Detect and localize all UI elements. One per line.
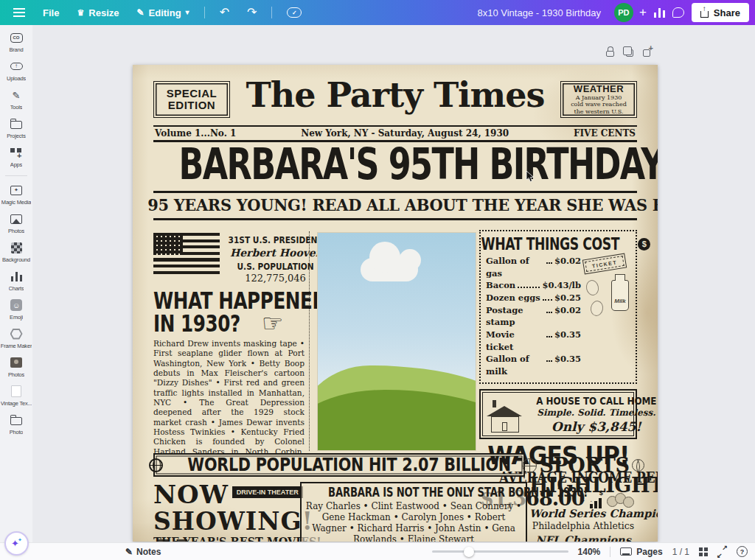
grid-view-icon[interactable] — [699, 547, 708, 556]
pen-tool-icon: ✎ — [13, 88, 21, 102]
avatar[interactable]: PD — [614, 3, 633, 22]
sub-headline[interactable]: 95 YEARS YOUNG! READ ALL ABOUT THE YEAR … — [133, 195, 658, 214]
folder-icon — [10, 413, 22, 427]
fullscreen-icon[interactable] — [717, 547, 727, 556]
toolbar-separator — [204, 7, 205, 18]
file-menu-button[interactable]: File — [35, 3, 66, 22]
clipped-text-sliver — [158, 539, 202, 542]
duplicate-page-icon[interactable] — [626, 49, 633, 57]
volume-number: Volume 1...No. 1 — [155, 128, 236, 139]
sidebar-item-tools[interactable]: ✎Tools — [0, 88, 32, 111]
weather-box[interactable]: WEATHER A January 1930 cold wave reached… — [560, 81, 637, 118]
insights-icon[interactable] — [654, 8, 665, 18]
cost-item-label: Gallon of milk — [486, 353, 544, 377]
sidebar-item-apps[interactable]: Apps — [0, 146, 32, 168]
cost-row: Movie ticket$0.35 — [486, 329, 581, 353]
add-page-icon[interactable] — [643, 49, 650, 57]
photo-placeholder[interactable] — [317, 232, 476, 451]
bottom-status-bar: ✎ Notes 140% Pages 1 / 1 ? — [0, 542, 755, 560]
design-canvas-page[interactable]: SPECIAL EDITION The Party Times WEATHER … — [133, 65, 658, 542]
folder-icon — [10, 117, 22, 130]
ticket-illustration: TICKET — [582, 253, 627, 275]
sports-word: SPORTS — [540, 455, 630, 475]
zoom-level[interactable]: 140% — [578, 547, 601, 557]
help-icon[interactable]: ? — [737, 546, 748, 557]
share-button[interactable]: Share — [692, 3, 749, 22]
sidebar-item-label: Vintage Tex... — [1, 400, 32, 407]
sports-highlights-block[interactable]: SPORTS HIGHLIGHTS · ✦ · World Series Cha… — [529, 455, 637, 542]
cost-item-label: Dozen eggs — [486, 292, 540, 304]
now-showing-block[interactable]: NOW DRIVE-IN THEATER SHOWING! THE YEAR'S… — [153, 482, 296, 542]
crown-icon: ♛ — [77, 9, 84, 17]
cost-title: WHAT THINGS COST — [481, 234, 619, 253]
undo-button[interactable]: ↶ — [212, 3, 237, 22]
cost-row: Bacon$0.43/lb — [486, 279, 581, 292]
sidebar-item-uploads[interactable]: Uploads — [0, 60, 32, 82]
image-icon — [10, 212, 22, 225]
cloud-save-status[interactable]: ✓ — [279, 3, 309, 22]
masthead-title[interactable]: The Party Times — [236, 75, 554, 115]
add-member-button[interactable]: + — [639, 5, 647, 20]
editing-mode-dropdown[interactable]: ✎Editing▾ — [129, 3, 196, 22]
us-flag-illustration — [153, 233, 220, 274]
cost-item-price: $0.35 — [554, 353, 581, 365]
highlights-word: HIGHLIGHTS — [529, 475, 637, 495]
redo-button[interactable]: ↷ — [240, 3, 264, 22]
house-illustration — [485, 396, 523, 433]
notes-button[interactable]: ✎ Notes — [125, 547, 161, 557]
cost-item-price: $0.43/lb — [542, 279, 581, 292]
sparkle-icon-small: ✦ — [18, 537, 22, 543]
world-series-label: World Series Champions — [529, 508, 637, 519]
what-things-cost-box[interactable]: WHAT THINGS COST $ Gallon of gas$0.02 Ba… — [479, 230, 637, 384]
cost-row: Postage stamp$0.02 — [486, 304, 581, 329]
comments-icon[interactable] — [672, 7, 684, 18]
sidebar-item-photos-2[interactable]: Photos — [0, 356, 32, 378]
document-title[interactable]: 8x10 Vintage - 1930 Birthday — [477, 7, 600, 18]
dark-hill-illustration — [317, 390, 476, 450]
cloud-check-icon: ✓ — [287, 7, 302, 18]
sidebar-item-charts[interactable]: Charts — [0, 270, 32, 292]
sidebar-item-vintage-texture[interactable]: Vintage Tex... — [0, 385, 32, 407]
sidebar-item-brand[interactable]: COBrand — [0, 31, 32, 53]
cost-item-price: $0.02 — [554, 255, 581, 267]
lock-icon[interactable] — [606, 51, 614, 57]
world-population-banner[interactable]: WORLD POPULATION HIT 2.07 BILLION — [153, 453, 525, 477]
house-tagline: Simple. Solid. Timeless. — [528, 407, 658, 418]
house-ad-box[interactable]: A HOUSE TO CALL HOME Simple. Solid. Time… — [479, 389, 637, 439]
resize-button[interactable]: ♛Resize — [69, 3, 126, 22]
sidebar-item-emoji[interactable]: ☺Emoji — [0, 298, 32, 321]
top-toolbar: File ♛Resize ✎Editing▾ ↶ ↷ ✓ 8x10 Vintag… — [0, 0, 755, 25]
sidebar-item-photo[interactable]: Photo — [0, 413, 32, 435]
special-edition-box[interactable]: SPECIAL EDITION — [153, 81, 230, 118]
stars-born-box[interactable]: BARBARA IS NOT THE ONLY STAR BORN IN 193… — [300, 482, 527, 542]
what-happened-heading[interactable]: WHAT HAPPENED IN 1930? ☞ — [153, 290, 305, 335]
dateline-text: New York, NY - Saturday, August 24, 1930 — [301, 128, 509, 139]
main-menu-button[interactable] — [6, 3, 32, 22]
sidebar-item-magic-media[interactable]: ✦Magic Media — [0, 183, 32, 206]
special-edition-line2: EDITION — [168, 99, 215, 112]
cost-row: Gallon of gas$0.02 — [486, 255, 581, 279]
population-label: U.S. POPULATION — [237, 262, 313, 273]
zoom-slider[interactable] — [432, 550, 568, 553]
cost-item-label: Bacon — [486, 279, 515, 292]
mouse-cursor — [526, 171, 535, 183]
left-column: 31ST U.S. PRESIDENT Herbert Hoover U.S. … — [153, 231, 310, 451]
ticket-label: TICKET — [592, 259, 618, 268]
pages-toggle-button[interactable]: Pages — [620, 547, 662, 557]
sidebar-item-photos[interactable]: Photos — [0, 212, 32, 234]
cost-item-label: Gallon of gas — [486, 255, 544, 279]
subheadline-text: 95 YEARS YOUNG! READ ALL ABOUT THE YEAR … — [147, 195, 658, 214]
headline-text: BARBARA'S 95TH BIRTHDAY — [179, 141, 658, 189]
hamburger-menu-icon — [13, 8, 25, 17]
main-headline[interactable]: BARBARA'S 95TH BIRTHDAY — [133, 143, 658, 186]
sidebar-item-frame-maker[interactable]: Frame Maker — [0, 327, 32, 349]
zoom-slider-handle[interactable] — [464, 547, 474, 557]
sidebar-item-label: Frame Maker — [1, 343, 32, 349]
sidebar-item-projects[interactable]: Projects — [0, 117, 32, 139]
events-body-text[interactable]: Richard Drew invents masking tape • Firs… — [153, 339, 305, 454]
sidebar-item-background[interactable]: Background — [0, 241, 32, 263]
checkerboard-icon — [11, 241, 22, 254]
magic-media-icon: ✦ — [10, 183, 22, 197]
assistant-button[interactable]: ✦ ✦ — [4, 531, 29, 556]
president-block[interactable]: 31ST U.S. PRESIDENT Herbert Hoover U.S. … — [153, 233, 305, 284]
